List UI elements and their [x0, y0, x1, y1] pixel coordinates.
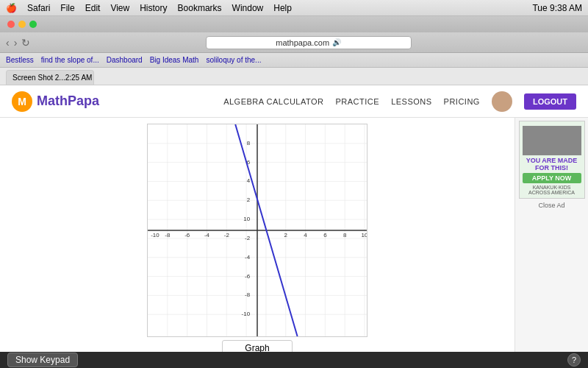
url-bar-area: ‹ › ↻ mathpapa.com 🔊 [0, 32, 588, 53]
bookmark-bestless[interactable]: Bestless [6, 56, 34, 64]
bookmark-dashboard[interactable]: Dashboard [107, 56, 143, 64]
nav-pricing[interactable]: PRICING [444, 97, 480, 106]
svg-text:6: 6 [323, 232, 327, 238]
svg-text:-8: -8 [245, 291, 251, 298]
bookmark-bigideas[interactable]: Big Ideas Math [150, 56, 199, 64]
help-btn[interactable]: ? [567, 353, 581, 367]
bottom-bar: Show Keypad ? [0, 352, 588, 368]
close-ad-btn[interactable]: Close Ad [538, 202, 564, 209]
user-avatar[interactable] [492, 91, 512, 112]
graph-main: -8 -6 -4 -2 2 4 6 8 10 -10 8 6 [0, 118, 514, 352]
browser-tabs-row: Screen Shot 2...2:25 AM [0, 68, 588, 85]
svg-text:-2: -2 [224, 232, 230, 238]
ad-org-text: KANAKUK·KIDS ACROSS AMERICA [523, 185, 581, 195]
mac-menubar: 🍎 Safari File Edit View History Bookmark… [0, 0, 588, 16]
site-nav: ALGEBRA CALCULATOR PRACTICE LESSONS PRIC… [223, 91, 576, 112]
help-menu[interactable]: Help [273, 3, 292, 13]
browser-tabbar [0, 16, 588, 32]
svg-text:4: 4 [247, 177, 251, 184]
svg-text:2: 2 [284, 232, 288, 238]
svg-text:-8: -8 [165, 232, 171, 238]
page-content: M MathPapa ALGEBRA CALCULATOR PRACTICE L… [0, 85, 588, 352]
maximize-window-btn[interactable] [29, 21, 37, 28]
svg-text:8: 8 [247, 140, 251, 146]
ad-sidebar: YOU ARE MADE FOR THIS! APPLY NOW KANAKUK… [514, 118, 588, 352]
site-header: M MathPapa ALGEBRA CALCULATOR PRACTICE L… [0, 85, 588, 118]
main-area: M MathPapa ALGEBRA CALCULATOR PRACTICE L… [0, 85, 588, 352]
edit-menu[interactable]: Edit [85, 3, 101, 13]
speaker-icon: 🔊 [332, 38, 341, 46]
graph-container: -8 -6 -4 -2 2 4 6 8 10 -10 8 6 [147, 124, 368, 337]
svg-text:-4: -4 [204, 232, 210, 238]
nav-practice[interactable]: PRACTICE [336, 97, 380, 106]
svg-text:-4: -4 [245, 254, 251, 261]
apple-menu[interactable]: 🍎 [6, 3, 17, 13]
svg-text:10: 10 [243, 216, 250, 222]
logout-btn[interactable]: LOGOUT [524, 93, 576, 110]
browser-tab-screenshot[interactable]: Screen Shot 2...2:25 AM [6, 70, 94, 85]
svg-text:-6: -6 [184, 232, 190, 238]
forward-btn[interactable]: › [14, 37, 18, 49]
svg-text:4: 4 [304, 232, 307, 238]
window-menu[interactable]: Window [232, 3, 264, 13]
nav-lessons[interactable]: LESSONS [391, 97, 431, 106]
system-time: Tue 9:38 AM [532, 3, 582, 13]
file-menu[interactable]: File [60, 3, 74, 13]
ad-made-text: YOU ARE MADE FOR THIS! [523, 157, 581, 171]
bookmark-bar: Bestless find the slope of... Dashboard … [0, 53, 588, 68]
back-btn[interactable]: ‹ [6, 37, 10, 49]
url-bar[interactable]: mathpapa.com 🔊 [206, 36, 412, 49]
graph-tab-area: Graph [12, 337, 503, 352]
svg-text:10: 10 [362, 232, 367, 238]
ad-block: YOU ARE MADE FOR THIS! APPLY NOW KANAKUK… [519, 121, 585, 199]
ad-apply-btn[interactable]: APPLY NOW [523, 173, 581, 183]
svg-text:-2: -2 [245, 235, 251, 241]
reload-btn[interactable]: ↻ [21, 37, 30, 49]
window-controls [3, 21, 41, 28]
url-text: mathpapa.com [276, 38, 329, 47]
view-menu[interactable]: View [110, 3, 129, 13]
ad-image [523, 126, 581, 155]
svg-text:-6: -6 [245, 273, 251, 280]
svg-text:-10: -10 [242, 311, 251, 317]
history-menu[interactable]: History [140, 3, 167, 13]
svg-text:2: 2 [247, 197, 251, 203]
logo-text: MathPapa [37, 93, 99, 109]
site-logo: M MathPapa [12, 91, 99, 112]
logo-icon: M [12, 91, 32, 112]
bookmark-soliloquy[interactable]: soliloquy of the... [206, 56, 261, 64]
minimize-window-btn[interactable] [18, 21, 26, 28]
graph-tab-btn[interactable]: Graph [222, 340, 292, 352]
graph-svg: -8 -6 -4 -2 2 4 6 8 10 -10 8 6 [148, 124, 367, 336]
svg-text:8: 8 [343, 232, 347, 238]
svg-text:-10: -10 [151, 232, 159, 238]
graph-section: -8 -6 -4 -2 2 4 6 8 10 -10 8 6 [0, 118, 588, 352]
bookmark-slope[interactable]: find the slope of... [41, 56, 99, 64]
close-window-btn[interactable] [7, 21, 15, 28]
safari-menu[interactable]: Safari [27, 3, 50, 13]
show-keypad-btn[interactable]: Show Keypad [7, 353, 78, 367]
bookmarks-menu[interactable]: Bookmarks [178, 3, 222, 13]
nav-algebra-calc[interactable]: ALGEBRA CALCULATOR [223, 97, 323, 106]
